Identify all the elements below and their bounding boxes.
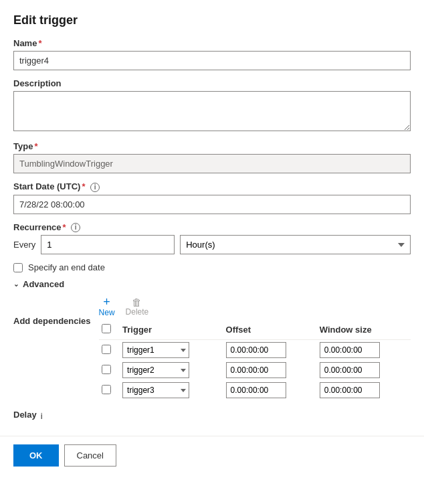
name-label: Name*	[13, 38, 411, 48]
dependencies-table: Trigger Offset Window size trigger1	[99, 321, 411, 400]
table-row: trigger1	[99, 340, 411, 361]
type-required: *	[34, 141, 37, 151]
trigger-select-1[interactable]: trigger2	[122, 362, 189, 378]
th-window-size: Window size	[317, 321, 411, 340]
recurrence-label: Recurrence* i	[13, 222, 411, 233]
row-checkbox-0[interactable]	[102, 345, 111, 354]
offset-input-2[interactable]	[226, 382, 286, 398]
plus-icon: +	[103, 296, 110, 308]
deps-table-area: + New 🗑 Delete Trigger	[99, 296, 411, 400]
recurrence-field-group: Recurrence* i Every Minute(s) Hour(s) Da…	[13, 222, 411, 255]
window-size-input-2[interactable]	[320, 382, 380, 398]
end-date-row: Specify an end date	[13, 262, 411, 272]
ok-button[interactable]: OK	[13, 444, 59, 467]
start-date-input[interactable]	[13, 195, 411, 214]
delete-label: Delete	[126, 307, 149, 317]
delay-label: Delay	[13, 410, 37, 420]
recurrence-required: *	[63, 222, 66, 232]
new-label: New	[99, 308, 115, 317]
delay-row: Delay i	[13, 410, 411, 422]
start-date-required: *	[82, 181, 85, 191]
trigger-select-0[interactable]: trigger1	[122, 342, 189, 358]
description-label: Description	[13, 78, 411, 88]
window-size-input-0[interactable]	[320, 342, 380, 358]
start-date-field-group: Start Date (UTC)* i	[13, 181, 411, 214]
window-size-input-1[interactable]	[320, 362, 380, 378]
recurrence-unit-select[interactable]: Minute(s) Hour(s) Day(s)	[180, 235, 411, 254]
new-dependency-button[interactable]: + New	[99, 296, 115, 317]
add-dependencies-label: Add dependencies	[13, 296, 91, 400]
dialog-title: Edit trigger	[13, 13, 411, 27]
table-row: trigger2	[99, 360, 411, 380]
delete-dependency-button[interactable]: 🗑 Delete	[126, 297, 149, 317]
end-date-checkbox[interactable]	[13, 263, 23, 272]
advanced-chevron-icon: ⌄	[13, 280, 19, 288]
recurrence-info-icon[interactable]: i	[71, 223, 80, 232]
trash-icon: 🗑	[132, 297, 142, 307]
description-input[interactable]	[13, 91, 411, 131]
th-offset: Offset	[223, 321, 317, 340]
add-dependencies-area: Add dependencies + New 🗑 Delete	[13, 296, 411, 400]
offset-input-0[interactable]	[226, 342, 286, 358]
th-check	[99, 321, 120, 340]
start-date-info-icon[interactable]: i	[90, 183, 100, 192]
offset-input-1[interactable]	[226, 362, 286, 378]
recurrence-number-input[interactable]	[41, 235, 175, 254]
th-trigger: Trigger	[120, 321, 223, 340]
row-checkbox-1[interactable]	[102, 365, 111, 374]
trigger-select-2[interactable]: trigger3	[122, 382, 189, 398]
delay-info-icon[interactable]: i	[41, 411, 43, 421]
footer-buttons: OK Cancel	[13, 444, 411, 467]
new-delete-row: + New 🗑 Delete	[99, 296, 411, 317]
start-date-label: Start Date (UTC)* i	[13, 181, 411, 192]
end-date-label: Specify an end date	[28, 262, 105, 272]
advanced-section: ⌄ Advanced Add dependencies + New 🗑 Dele…	[13, 279, 411, 400]
name-field-group: Name*	[13, 38, 411, 70]
name-required: *	[38, 38, 41, 48]
type-field-group: Type*	[13, 141, 411, 173]
description-field-group: Description	[13, 78, 411, 133]
name-input[interactable]	[13, 51, 411, 70]
advanced-label: Advanced	[23, 279, 64, 289]
type-input	[13, 154, 411, 173]
table-row: trigger3	[99, 380, 411, 400]
recurrence-row: Every Minute(s) Hour(s) Day(s)	[13, 235, 411, 254]
footer-divider	[0, 436, 424, 436]
type-label: Type*	[13, 141, 411, 151]
row-checkbox-2[interactable]	[102, 385, 111, 394]
every-label: Every	[13, 240, 35, 250]
cancel-button[interactable]: Cancel	[64, 444, 116, 467]
advanced-toggle[interactable]: ⌄ Advanced	[13, 279, 411, 289]
select-all-checkbox[interactable]	[102, 324, 111, 333]
